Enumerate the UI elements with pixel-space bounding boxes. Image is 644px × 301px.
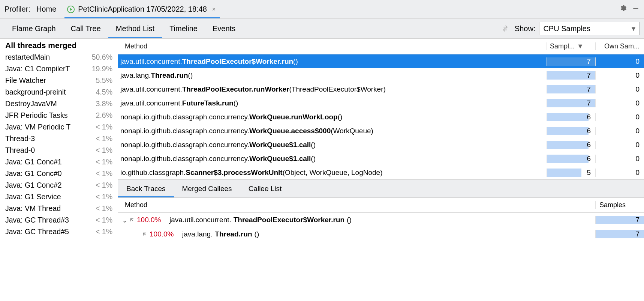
method-name: java.util.concurrent.FutureTask.run(): [118, 99, 547, 107]
tree-expander-icon[interactable]: [135, 230, 140, 238]
thread-pct: 5.5%: [86, 76, 112, 85]
diff-icon[interactable]: [501, 24, 509, 33]
method-row[interactable]: nonapi.io.github.classgraph.concurrency.…: [118, 152, 644, 166]
thread-name: Java: C1 CompilerT: [5, 65, 70, 73]
backtrace-header: Method Samples: [118, 198, 644, 213]
sidebar-item[interactable]: Java: G1 Service< 1%: [0, 191, 118, 203]
sidebar-item[interactable]: DestroyJavaVM3.8%: [0, 98, 118, 110]
thread-pct: 3.8%: [86, 99, 112, 108]
method-row[interactable]: nonapi.io.github.classgraph.concurrency.…: [118, 138, 644, 152]
run-icon: [67, 5, 75, 14]
method-row[interactable]: nonapi.io.github.classgraph.concurrency.…: [118, 110, 644, 124]
thread-name: Java: G1 Service: [5, 193, 61, 201]
arrow-upleft-icon: [142, 232, 147, 237]
lower-tab-callee-list[interactable]: Callee List: [240, 180, 290, 197]
thread-name: Java: GC Thread#5: [5, 227, 69, 236]
gear-icon[interactable]: [619, 5, 627, 14]
sidebar-item[interactable]: Java: VM Periodic T< 1%: [0, 121, 118, 133]
method-name: nonapi.io.github.classgraph.concurrency.…: [118, 127, 547, 135]
thread-name: restartedMain: [5, 53, 50, 62]
own-samples-cell: 0: [595, 155, 644, 163]
sidebar-item[interactable]: background-preinit4.5%: [0, 86, 118, 98]
own-samples-cell: 0: [595, 57, 644, 66]
sidebar-item[interactable]: Java: C1 CompilerT19.9%: [0, 63, 118, 75]
sidebar-item[interactable]: File Watcher5.5%: [0, 75, 118, 86]
home-tab[interactable]: Home: [36, 5, 56, 14]
backtrace-row[interactable]: ⌄100.0% java.util.concurrent.ThreadPoolE…: [118, 213, 644, 227]
own-samples-cell: 0: [595, 127, 644, 135]
view-tab-call-tree[interactable]: Call Tree: [63, 19, 108, 38]
tree-expander-icon[interactable]: ⌄: [122, 216, 127, 224]
thread-name: Java: VM Periodic T: [5, 123, 70, 131]
show-value: CPU Samples: [543, 24, 590, 33]
sidebar-item[interactable]: Thread-0< 1%: [0, 144, 118, 156]
thread-pct: < 1%: [86, 169, 112, 178]
samples-cell: 7: [547, 71, 595, 80]
thread-pct: 50.6%: [86, 53, 112, 62]
col-header-method[interactable]: Method: [118, 42, 547, 50]
thread-pct: < 1%: [86, 123, 112, 131]
method-row[interactable]: nonapi.io.github.classgraph.concurrency.…: [118, 124, 644, 138]
sidebar-item[interactable]: restartedMain50.6%: [0, 51, 118, 63]
sidebar-header[interactable]: All threads merged: [0, 39, 118, 51]
method-table-header: Method Sampl...▼ Own Sam...: [118, 39, 644, 54]
thread-pct: 2.6%: [86, 111, 112, 120]
col-header-samples[interactable]: Sampl...▼: [547, 42, 595, 50]
view-tab-method-list[interactable]: Method List: [108, 19, 162, 38]
method-name: nonapi.io.github.classgraph.concurrency.…: [118, 113, 547, 121]
sidebar-item[interactable]: Java: GC Thread#3< 1%: [0, 214, 118, 226]
own-samples-cell: 0: [595, 141, 644, 149]
show-select[interactable]: CPU Samples ▾: [539, 22, 640, 35]
sidebar-item[interactable]: Java: G1 Conc#2< 1%: [0, 179, 118, 191]
thread-name: JFR Periodic Tasks: [5, 111, 68, 120]
sidebar-item[interactable]: Java: G1 Conc#0< 1%: [0, 168, 118, 179]
method-name: java.util.concurrent.ThreadPoolExecutor$…: [118, 57, 547, 66]
lower-tab-bar: Back TracesMerged CalleesCallee List: [118, 180, 644, 198]
bt-col-method[interactable]: Method: [118, 201, 595, 209]
top-tab-bar: Profiler: Home PetClinicApplication 17/0…: [0, 0, 644, 19]
thread-name: Java: VM Thread: [5, 204, 61, 213]
view-tab-timeline[interactable]: Timeline: [162, 19, 205, 38]
thread-name: Java: G1 Conc#2: [5, 181, 62, 190]
profiler-label: Profiler:: [4, 5, 30, 14]
backtrace-samples: 7: [595, 216, 644, 224]
method-row[interactable]: java.util.concurrent.FutureTask.run()70: [118, 96, 644, 110]
lower-tab-back-traces[interactable]: Back Traces: [118, 180, 174, 197]
view-tab-flame-graph[interactable]: Flame Graph: [4, 19, 63, 38]
bt-col-samples[interactable]: Samples: [595, 201, 644, 209]
thread-name: Java: G1 Conc#0: [5, 169, 62, 178]
thread-pct: < 1%: [86, 181, 112, 190]
session-tab[interactable]: PetClinicApplication 17/05/2022, 18:48 ×: [64, 0, 220, 18]
backtrace-row[interactable]: 100.0% java.lang.Thread.run()7: [118, 227, 644, 241]
svg-rect-2: [633, 8, 638, 9]
method-name: io.github.classgraph.Scanner$3.processWo…: [118, 169, 547, 177]
minimize-icon[interactable]: [632, 5, 640, 14]
view-tab-events[interactable]: Events: [205, 19, 243, 38]
method-row[interactable]: java.util.concurrent.ThreadPoolExecutor.…: [118, 82, 644, 96]
sidebar-item[interactable]: Thread-3< 1%: [0, 133, 118, 144]
thread-pct: < 1%: [86, 216, 112, 224]
col-header-own[interactable]: Own Sam...: [595, 42, 644, 50]
samples-cell: 6: [547, 155, 595, 163]
samples-cell: 7: [547, 57, 595, 66]
view-tab-bar: Flame GraphCall TreeMethod ListTimelineE…: [0, 19, 644, 39]
lower-tab-merged-callees[interactable]: Merged Callees: [174, 180, 240, 197]
method-row[interactable]: io.github.classgraph.Scanner$3.processWo…: [118, 166, 644, 179]
samples-cell: 6: [547, 113, 595, 121]
thread-pct: < 1%: [86, 204, 112, 213]
method-row[interactable]: java.lang.Thread.run()70: [118, 68, 644, 82]
sidebar-item[interactable]: Java: VM Thread< 1%: [0, 203, 118, 214]
own-samples-cell: 0: [595, 99, 644, 107]
thread-sidebar: All threads merged restartedMain50.6%Jav…: [0, 39, 118, 301]
sidebar-item[interactable]: JFR Periodic Tasks2.6%: [0, 110, 118, 121]
samples-cell: 7: [547, 85, 595, 93]
method-name: nonapi.io.github.classgraph.concurrency.…: [118, 155, 547, 163]
own-samples-cell: 0: [595, 71, 644, 80]
sidebar-item[interactable]: Java: G1 Conc#1< 1%: [0, 156, 118, 168]
method-name: java.lang.Thread.run(): [118, 71, 547, 80]
method-row[interactable]: java.util.concurrent.ThreadPoolExecutor$…: [118, 54, 644, 68]
backtrace-pct: 100.0%: [150, 230, 174, 238]
thread-pct: < 1%: [86, 158, 112, 166]
close-tab-button[interactable]: ×: [212, 6, 216, 13]
sidebar-item[interactable]: Java: GC Thread#5< 1%: [0, 226, 118, 238]
